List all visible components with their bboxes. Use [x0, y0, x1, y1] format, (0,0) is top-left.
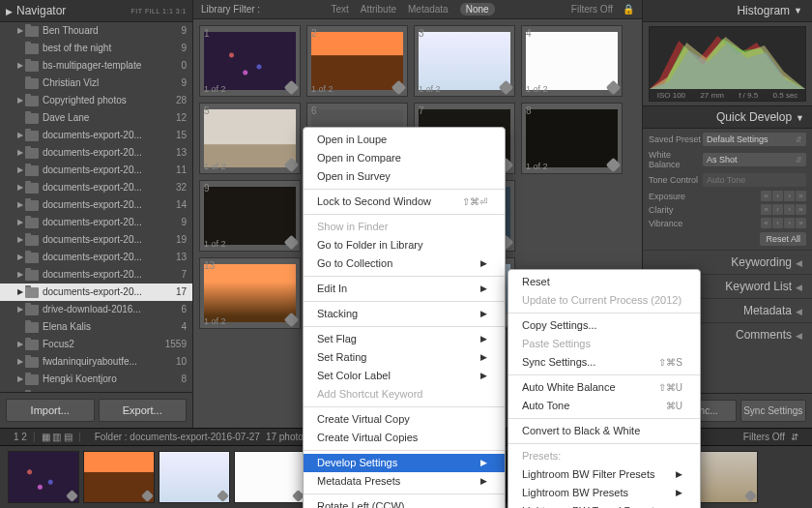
step-minus[interactable]: ‹ — [772, 218, 783, 228]
filmstrip-filters-off[interactable]: Filters Off — [743, 432, 785, 442]
menu-item[interactable]: Auto Tone⌘U — [508, 397, 700, 415]
filter-text[interactable]: Text — [331, 4, 348, 15]
folder-count: 13 — [176, 146, 187, 160]
menu-item[interactable]: Open in Compare — [304, 149, 505, 167]
filters-off[interactable]: Filters Off — [571, 4, 613, 15]
white-balance-select[interactable]: As Shot⇵ — [703, 153, 806, 166]
menu-item[interactable]: Create Virtual Copies — [304, 429, 505, 447]
filter-metadata[interactable]: Metadata — [408, 4, 449, 15]
menu-item[interactable]: Create Virtual Copy — [304, 410, 505, 429]
menu-item[interactable]: Reset — [508, 273, 700, 291]
step-plus[interactable]: › — [784, 218, 795, 228]
step-minus-big[interactable]: « — [761, 204, 771, 215]
sync-settings-button[interactable]: Sync Settings — [740, 400, 807, 422]
saved-preset-select[interactable]: Default Settings⇵ — [703, 133, 806, 146]
step-minus-big[interactable]: « — [761, 191, 771, 201]
folder-count: 19 — [176, 233, 187, 247]
breadcrumb-folder[interactable]: Folder : documents-export-2016-07-27 — [95, 432, 260, 442]
grid-thumbnail[interactable]: 41 of 2 — [521, 25, 623, 97]
folder-row[interactable]: Christian Vizl9 — [0, 75, 192, 92]
menu-item: Add Shortcut Keyword — [304, 385, 505, 403]
folder-row[interactable]: ▶Hengki Koentjoro8 — [0, 371, 192, 388]
grid-thumbnail[interactable]: 51 of 2 — [199, 103, 301, 174]
folder-row[interactable]: ▶bs-multipager-template0 — [0, 57, 192, 75]
menu-item[interactable]: Edit In▶ — [304, 280, 505, 298]
folder-row[interactable]: best of the night9 — [0, 40, 192, 57]
menu-item[interactable]: Set Rating▶ — [304, 348, 505, 367]
grid-thumbnail[interactable]: 81 of 2 — [521, 103, 623, 174]
menu-item[interactable]: Auto White Balance⇧⌘U — [508, 378, 700, 397]
export-button[interactable]: Export... — [99, 399, 188, 422]
filmstrip-thumbnail[interactable] — [8, 451, 79, 503]
menu-item[interactable]: Stacking▶ — [304, 305, 505, 323]
menu-item[interactable]: Copy Settings... — [508, 316, 700, 335]
folder-name: drive-download-2016... — [43, 303, 177, 316]
filmstrip-thumbnail[interactable] — [234, 451, 305, 503]
menu-item[interactable]: Lightroom BW Filter Presets▶ — [508, 465, 700, 484]
folder-row[interactable]: ▶documents-export-20...17 — [0, 284, 192, 301]
lock-icon[interactable]: 🔒 — [623, 4, 634, 15]
menu-item[interactable]: Metadata Presets▶ — [304, 472, 505, 491]
menu-item[interactable]: Set Color Label▶ — [304, 367, 505, 385]
import-button[interactable]: Import... — [6, 399, 95, 422]
folder-row[interactable]: Elena Kalis4 — [0, 318, 192, 336]
menu-item[interactable]: Develop Settings▶ — [304, 454, 505, 472]
step-plus-big[interactable]: » — [796, 204, 806, 215]
folder-row[interactable]: ▶documents-export-20...13 — [0, 144, 192, 162]
grid-thumbnail[interactable]: 11 of 2 — [199, 25, 301, 97]
menu-item[interactable]: Open in Loupe — [304, 131, 505, 149]
menu-item[interactable]: Convert to Black & White — [508, 422, 700, 440]
menu-item[interactable]: Go to Folder in Library — [304, 236, 505, 254]
menu-item[interactable]: Go to Collection▶ — [304, 254, 505, 273]
folder-row[interactable]: ▶drive-download-2016...6 — [0, 301, 192, 318]
folder-name: best of the night — [43, 42, 177, 55]
grid-thumbnail[interactable]: 91 of 2 — [199, 180, 301, 252]
menu-item[interactable]: Open in Survey — [304, 167, 505, 186]
filmstrip-thumbnail[interactable] — [83, 451, 155, 503]
menu-item[interactable]: Sync Settings...⇧⌘S — [508, 353, 700, 372]
navigator-header[interactable]: ▶Navigator FIT FILL 1:1 3:1 — [0, 0, 192, 22]
folder-row[interactable]: ▶documents-export-20...19 — [0, 231, 192, 249]
quick-develop-header[interactable]: Quick Develop▼ — [643, 105, 812, 129]
menu-item[interactable]: Set Flag▶ — [304, 330, 505, 348]
menu-item[interactable]: Lightroom BW Toned Presets▶ — [508, 502, 700, 508]
step-plus[interactable]: › — [784, 204, 795, 215]
folder-row[interactable]: ▶documents-export-20...9 — [0, 214, 192, 231]
filter-attribute[interactable]: Attribute — [361, 4, 396, 15]
folder-row[interactable]: ▶Focus21559 — [0, 336, 192, 353]
step-minus[interactable]: ‹ — [772, 204, 783, 215]
step-minus-big[interactable]: « — [761, 218, 771, 228]
step-plus[interactable]: › — [784, 191, 795, 201]
menu-item[interactable]: Lightroom BW Presets▶ — [508, 484, 700, 502]
menu-item[interactable]: Rotate Left (CCW) — [304, 497, 505, 508]
folder-row[interactable]: ▶documents-export-20...11 — [0, 162, 192, 179]
folder-row[interactable]: ▶Copyrighted photos28 — [0, 92, 192, 109]
step-minus[interactable]: ‹ — [772, 191, 783, 201]
folder-row[interactable]: ▶documents-export-20...15 — [0, 127, 192, 144]
folder-row[interactable]: ▶documents-export-20...32 — [0, 179, 192, 196]
navigator-zoom-opts[interactable]: FIT FILL 1:1 3:1 — [131, 8, 187, 15]
filter-none[interactable]: None — [460, 3, 495, 15]
grid-thumbnail[interactable]: 31 of 2 — [414, 25, 515, 97]
tone-control-button[interactable]: Auto Tone — [703, 173, 806, 187]
folder-row[interactable]: Dave Lane12 — [0, 109, 192, 127]
folder-name: Focus2 — [43, 338, 161, 351]
folder-row[interactable]: ▶documents-export-20...13 — [0, 249, 192, 266]
folder-row[interactable]: ▶Ben Thouard9 — [0, 22, 192, 40]
step-plus-big[interactable]: » — [796, 218, 806, 228]
page-indicator[interactable]: 1 2 — [8, 432, 33, 442]
filmstrip-thumbnail[interactable] — [159, 451, 230, 503]
step-plus-big[interactable]: » — [796, 191, 806, 201]
library-filter-title: Library Filter : — [201, 4, 260, 15]
menu-item[interactable]: Lock to Second Window⇧⌘⏎ — [304, 193, 505, 211]
folder-row[interactable]: ▶documents-export-20...7 — [0, 266, 192, 284]
grid-thumbnail[interactable]: 21 of 2 — [306, 25, 408, 97]
grid-thumbnail[interactable]: 131 of 2 — [199, 257, 301, 329]
folder-icon — [25, 305, 39, 315]
histogram-header[interactable]: Histogram▼ — [643, 0, 812, 22]
folder-count: 17 — [176, 285, 187, 299]
folder-row[interactable]: ▶fwdaninquiryaboutfe...10 — [0, 353, 192, 371]
folder-row[interactable]: ▶documents-export-20...14 — [0, 196, 192, 214]
reset-all-button[interactable]: Reset All — [760, 232, 806, 246]
folder-name: documents-export-20... — [43, 164, 172, 177]
